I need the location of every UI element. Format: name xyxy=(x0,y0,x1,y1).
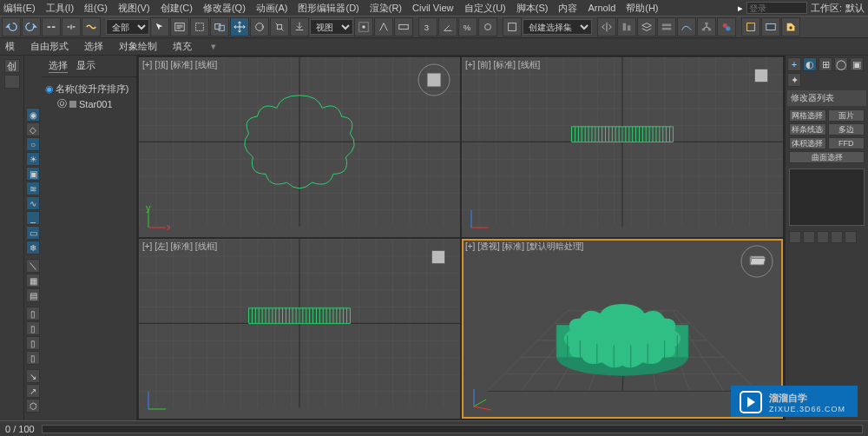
signin-icon[interactable]: ▸ xyxy=(738,3,743,14)
modifier-list-label[interactable]: 修改器列表 xyxy=(787,90,866,106)
select-by-name-button[interactable] xyxy=(170,17,189,36)
viewport-persp-label[interactable]: [+] [透视] [标准] [默认明暗处理] xyxy=(465,241,583,253)
named-selset-select[interactable]: 创建选择集 xyxy=(523,19,592,35)
tab-modify-icon[interactable]: ◐ xyxy=(803,57,817,71)
menu-modifiers[interactable]: 修改器(Q) xyxy=(203,2,246,15)
link-button[interactable] xyxy=(42,17,61,36)
tool-expand-icon[interactable]: ▦ xyxy=(26,274,40,287)
viewcube-icon[interactable] xyxy=(748,63,774,89)
menu-civilview[interactable]: Civil View xyxy=(412,3,453,13)
mod-btn-patch[interactable]: 面片 xyxy=(828,109,865,122)
viewport-front-label[interactable]: [+] [前] [标准] [线框] xyxy=(465,59,540,71)
window-crossing-button[interactable] xyxy=(210,17,229,36)
workspace-value[interactable]: 默认 xyxy=(845,2,865,15)
scene-tab-display[interactable]: 显示 xyxy=(76,59,95,73)
select-manipulate-button[interactable] xyxy=(374,17,393,36)
mirror-button[interactable] xyxy=(597,17,616,36)
mod-btn-vol-select[interactable]: 体积选择 xyxy=(789,137,826,149)
signin-input[interactable] xyxy=(746,2,807,14)
scene-tab-select[interactable]: 选择 xyxy=(49,59,68,73)
snap-toggle-button[interactable]: 3 xyxy=(418,17,437,36)
menu-content[interactable]: 内容 xyxy=(558,2,577,15)
tool-search-icon[interactable]: ＼ xyxy=(26,259,40,273)
eye-icon[interactable]: ⓞ xyxy=(57,97,67,110)
stack-show-icon[interactable] xyxy=(803,231,815,243)
scene-node[interactable]: ⓞ Star001 xyxy=(57,97,133,110)
unlink-button[interactable] xyxy=(62,17,81,36)
filter-helpers-icon[interactable]: ≋ xyxy=(26,182,40,195)
filter-container-icon[interactable]: ▭ xyxy=(26,226,40,240)
stack-unique-icon[interactable] xyxy=(817,231,829,243)
ref-coord-select[interactable]: 视图 xyxy=(310,19,353,35)
tool-misc1-icon[interactable]: ↘ xyxy=(26,369,40,383)
edit-selset-button[interactable] xyxy=(503,17,522,36)
tool-lock-icon[interactable]: ▯ xyxy=(26,336,40,350)
align-button[interactable] xyxy=(617,17,636,36)
tool-misc2-icon[interactable]: ↗ xyxy=(26,384,40,398)
bind-spacewarp-button[interactable] xyxy=(82,17,101,36)
filter-cameras-icon[interactable]: ▣ xyxy=(26,167,40,181)
mod-btn-surf-select[interactable]: 曲面选择 xyxy=(789,151,865,163)
filter-spacewarps-icon[interactable]: ∿ xyxy=(26,196,40,210)
tab-motion-icon[interactable]: ◯ xyxy=(834,57,848,71)
material-editor-button[interactable] xyxy=(717,17,736,36)
rotate-button[interactable] xyxy=(250,17,269,36)
menu-group[interactable]: 组(G) xyxy=(84,2,108,15)
use-pivot-button[interactable] xyxy=(354,17,373,36)
scale-button[interactable] xyxy=(270,17,289,36)
select-object-button[interactable] xyxy=(150,17,169,36)
viewport-left-label[interactable]: [+] [左] [标准] [线框] xyxy=(142,241,217,253)
tool-misc3-icon[interactable]: ⬡ xyxy=(26,399,40,413)
tool-display-icon[interactable]: ▯ xyxy=(26,321,40,335)
ribbon-toggle-icon[interactable]: ▾ xyxy=(211,41,216,52)
menu-tools[interactable]: 工具(I) xyxy=(46,2,74,15)
tab-utilities-icon[interactable]: ✦ xyxy=(787,73,801,87)
mod-btn-poly[interactable]: 多边 xyxy=(828,123,865,135)
menu-animation[interactable]: 动画(A) xyxy=(256,2,288,15)
viewport-left[interactable]: [+] [左] [标准] [线框] xyxy=(139,239,460,419)
viewport-top[interactable]: [+] [顶] [标准] [线框] xy xyxy=(139,57,460,237)
mod-btn-spline-select[interactable]: 样条线选择 xyxy=(789,123,826,135)
render-frame-button[interactable] xyxy=(761,17,780,36)
tool-sync-icon[interactable]: ▯ xyxy=(26,307,40,320)
move-button[interactable] xyxy=(230,17,249,36)
tab-create-icon[interactable]: + xyxy=(787,57,801,71)
schematic-view-button[interactable] xyxy=(697,17,716,36)
toggle-ribbon-button[interactable] xyxy=(657,17,676,36)
viewcube-icon[interactable] xyxy=(425,244,451,270)
viewport-top-label[interactable]: [+] [顶] [标准] [线框] xyxy=(142,59,217,71)
filter-geometry-icon[interactable]: ◇ xyxy=(26,122,40,136)
menu-view[interactable]: 视图(V) xyxy=(118,2,150,15)
ribbon-tab-freeform[interactable]: 自由形式 xyxy=(30,40,69,53)
redo-button[interactable] xyxy=(22,17,41,36)
layer-explorer-button[interactable] xyxy=(637,17,656,36)
tool-collapse-icon[interactable]: ▤ xyxy=(26,288,40,302)
spinner-snap-button[interactable] xyxy=(478,17,497,36)
scene-sort-header[interactable]: ◉ 名称(按升序排序) xyxy=(45,83,133,96)
viewport-front[interactable]: [+] [前] [标准] [线框] xyxy=(462,57,783,237)
ribbon-tab-objectpaint[interactable]: 对象绘制 xyxy=(119,40,157,53)
selection-filter-select[interactable]: 全部 xyxy=(106,19,149,35)
tab-display-icon[interactable]: ▣ xyxy=(850,57,864,71)
select-region-button[interactable] xyxy=(190,17,209,36)
menu-grapheditors[interactable]: 图形编辑器(D) xyxy=(298,2,358,15)
menu-render[interactable]: 渲染(R) xyxy=(370,2,402,15)
menu-script[interactable]: 脚本(S) xyxy=(516,2,549,15)
angle-snap-button[interactable] xyxy=(438,17,457,36)
tool-add-icon[interactable]: ▯ xyxy=(26,351,40,365)
render-button[interactable] xyxy=(781,17,800,36)
render-setup-button[interactable] xyxy=(741,17,760,36)
time-slider[interactable] xyxy=(42,425,863,433)
menu-arnold[interactable]: Arnold xyxy=(588,3,615,13)
ribbon-tab-selection[interactable]: 选择 xyxy=(84,40,103,53)
stack-remove-icon[interactable] xyxy=(831,231,843,243)
placement-button[interactable] xyxy=(290,17,309,36)
menu-edit[interactable]: 编辑(E) xyxy=(3,2,36,15)
menu-help[interactable]: 帮助(H) xyxy=(626,2,658,15)
stack-pin-icon[interactable] xyxy=(789,231,801,243)
filter-bone-icon[interactable]: ⎯ xyxy=(26,211,40,225)
mod-btn-ffd[interactable]: FFD xyxy=(828,137,865,149)
curve-editor-button[interactable] xyxy=(677,17,696,36)
percent-snap-button[interactable]: % xyxy=(458,17,477,36)
undo-button[interactable] xyxy=(2,17,21,36)
